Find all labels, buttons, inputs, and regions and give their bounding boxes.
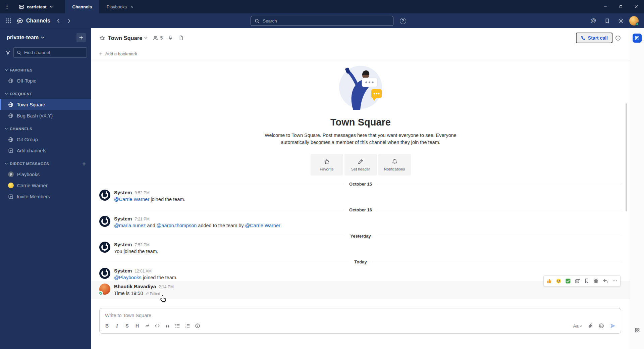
add-channel-button[interactable] (76, 33, 86, 42)
mention-link[interactable]: @Playbooks (114, 275, 142, 281)
link-button[interactable] (143, 321, 152, 330)
close-window-button[interactable] (629, 0, 644, 13)
team-name: private-team (7, 35, 39, 41)
boards-app-button[interactable] (633, 34, 642, 43)
thumbs-up-reaction-button[interactable] (544, 277, 554, 285)
intro-favorite-button[interactable]: Favorite (311, 154, 343, 176)
sidebar-item-bug-bash[interactable]: Bug Bash (vX.Y) (0, 110, 91, 121)
tab-channels[interactable]: Channels (65, 0, 100, 13)
section-direct-messages[interactable]: DIRECT MESSAGES (0, 159, 91, 169)
globe-icon (8, 102, 13, 107)
add-reaction-button[interactable] (573, 277, 582, 285)
smile-reaction-button[interactable] (554, 277, 563, 285)
find-channel-input[interactable] (24, 50, 84, 55)
post-author[interactable]: System (114, 190, 132, 195)
channel-members-button[interactable]: 5 (151, 34, 165, 42)
code-button[interactable] (153, 321, 162, 330)
global-search[interactable] (251, 16, 393, 26)
save-post-button[interactable] (582, 277, 591, 285)
check-mark-reaction-button[interactable] (563, 277, 573, 285)
sidebar-item-town-square[interactable]: Town Square (0, 99, 91, 110)
tab-playbooks[interactable]: Playbooks (99, 0, 141, 13)
strikethrough-button[interactable] (122, 321, 132, 330)
app-bar (630, 28, 644, 349)
sidebar-item-off-topic[interactable]: Off-Topic (0, 75, 91, 86)
channel-files-button[interactable] (176, 33, 186, 43)
search-input[interactable] (263, 18, 389, 23)
quote-button[interactable] (163, 321, 172, 330)
favorite-channel-button[interactable] (97, 33, 107, 43)
channel-name-menu[interactable]: Town Square (108, 35, 148, 41)
attach-file-button[interactable] (586, 321, 595, 330)
saved-posts-button[interactable] (602, 15, 612, 26)
app-menu-button[interactable] (0, 0, 14, 13)
team-menu-button[interactable]: private-team (7, 35, 45, 41)
channel-sidebar: private-team (0, 28, 91, 349)
history-back-button[interactable] (53, 15, 64, 26)
search-icon (255, 18, 260, 23)
sidebar-item-git-group[interactable]: Git Group (0, 134, 91, 145)
close-tab-icon[interactable] (130, 5, 133, 8)
post-timestamp: 2:14 PM (159, 285, 174, 289)
post-system-1[interactable]: System 9:52 PM @Carrie Warner joined the… (91, 187, 630, 203)
scrollbar-thumb[interactable] (626, 103, 627, 211)
chevron-down-icon (5, 127, 8, 131)
post-bhautik[interactable]: Bhautik Bavadiya 2:14 PM Time is 19:50 E… (91, 281, 630, 299)
section-frequent[interactable]: FREQUENT (0, 89, 91, 99)
history-forward-button[interactable] (64, 15, 74, 26)
mention-link[interactable]: @maria.nunez (114, 222, 146, 229)
help-button[interactable] (398, 16, 408, 26)
sidebar-item-add-channels[interactable]: Add channels (0, 145, 91, 156)
server-name: carrietest (27, 4, 47, 9)
start-call-button[interactable]: Start call (576, 33, 612, 43)
settings-button[interactable] (615, 15, 626, 26)
mentions-button[interactable] (588, 15, 599, 26)
post-system-2[interactable]: System 7:21 PM @maria.nunez and @aaron.t… (91, 213, 630, 229)
server-selector[interactable]: carrietest (14, 0, 58, 13)
apps-grid-icon[interactable] (635, 328, 640, 333)
pinned-posts-button[interactable] (165, 33, 176, 43)
maximize-button[interactable] (613, 0, 629, 13)
channel-filter-button[interactable] (5, 48, 11, 58)
emoji-picker-button[interactable] (597, 321, 606, 330)
bold-button[interactable] (102, 321, 112, 330)
post-system-3[interactable]: System 7:52 PM You joined the team. (91, 239, 630, 255)
post-timestamp: 12:01 AM (135, 269, 152, 273)
heading-button[interactable] (132, 321, 142, 330)
add-bookmark-button[interactable]: Add a bookmark (99, 51, 137, 56)
section-channels[interactable]: CHANNELS (0, 124, 91, 134)
mention-link[interactable]: @aaron.thompson (157, 222, 197, 229)
more-actions-button[interactable] (610, 277, 620, 285)
intro-notifications-button[interactable]: Notifications (378, 154, 411, 176)
online-status-icon (636, 22, 639, 26)
formatting-help-button[interactable] (193, 321, 202, 330)
minimize-button[interactable] (598, 0, 613, 13)
new-direct-message-button[interactable] (82, 161, 87, 166)
member-count: 5 (160, 35, 163, 41)
italic-button[interactable] (112, 321, 122, 330)
mention-link[interactable]: @Carrie Warner (114, 196, 149, 203)
sidebar-item-invite-members[interactable]: Invite Members (0, 191, 91, 202)
mention-link[interactable]: @Carrie Warner (245, 222, 280, 229)
sidebar-item-playbooks-dm[interactable]: Playbooks (0, 169, 91, 180)
sidebar-item-carrie-warner-dm[interactable]: Carrie Warner (0, 180, 91, 191)
post-author[interactable]: System (114, 216, 132, 221)
numbered-list-button[interactable]: 12 (183, 321, 192, 330)
bulleted-list-button[interactable] (173, 321, 182, 330)
post-author[interactable]: System (114, 242, 132, 247)
reply-button[interactable] (601, 277, 610, 285)
product-switcher-button[interactable] (3, 15, 14, 26)
user-avatar[interactable] (629, 16, 639, 26)
toggle-formatting-button[interactable]: Aa (571, 322, 585, 330)
date-divider: Today (99, 259, 622, 265)
find-channel-box[interactable] (13, 47, 87, 58)
message-input[interactable] (105, 313, 615, 318)
post-author[interactable]: Bhautik Bavadiya (114, 284, 156, 289)
intro-set-header-button[interactable]: Set header (344, 154, 377, 176)
send-message-button[interactable] (607, 321, 618, 331)
message-list[interactable]: Town Square Welcome to Town Square. Post… (91, 60, 630, 306)
message-actions-button[interactable] (591, 277, 601, 285)
section-favorites[interactable]: FAVORITES (0, 65, 91, 75)
post-author[interactable]: System (114, 268, 132, 273)
channel-info-button[interactable] (612, 33, 623, 43)
